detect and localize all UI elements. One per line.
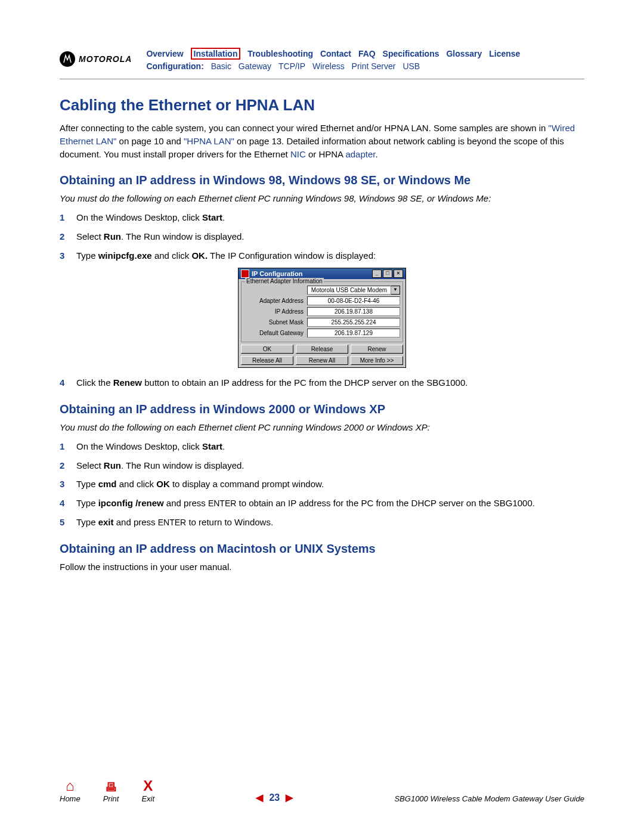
nav-specifications[interactable]: Specifications	[383, 49, 439, 58]
ok-button[interactable]: OK	[241, 345, 293, 354]
list-item: 1On the Windows Desktop, click Start.	[60, 440, 584, 453]
section3-heading: Obtaining an IP address on Macintosh or …	[60, 542, 584, 556]
section3-body: Follow the instructions in your user man…	[60, 561, 584, 574]
home-icon: ⌂	[66, 779, 75, 793]
top-nav: Overview Installation Troubleshooting Co…	[146, 48, 525, 73]
nav-usb[interactable]: USB	[402, 61, 420, 71]
nav-printserver[interactable]: Print Server	[352, 61, 396, 71]
renew-button[interactable]: Renew	[351, 345, 403, 354]
minimize-icon[interactable]: _	[372, 270, 382, 278]
nav-gateway[interactable]: Gateway	[239, 61, 271, 71]
brand-name: MOTOROLA	[79, 54, 132, 64]
section1-steps-cont: 4Click the Renew button to obtain an IP …	[60, 376, 584, 389]
maximize-icon[interactable]: □	[383, 270, 392, 278]
prev-page-icon[interactable]: ◀	[256, 792, 263, 803]
section2-steps: 1On the Windows Desktop, click Start. 2S…	[60, 440, 584, 529]
list-item: 2Select Run. The Run window is displayed…	[60, 459, 584, 472]
adapter-select[interactable]: Motorola USB Cable Modem	[307, 286, 391, 295]
nav-basic[interactable]: Basic	[211, 61, 231, 71]
nav-wireless[interactable]: Wireless	[312, 61, 345, 71]
print-icon: 🖶	[105, 781, 117, 793]
app-icon	[241, 270, 249, 278]
nav-license[interactable]: License	[489, 49, 520, 58]
ipconfig-window: IP Configuration _ □ × Ethernet Adapter …	[238, 268, 406, 368]
motorola-logo-icon	[60, 51, 75, 67]
section1-heading: Obtaining an IP address in Windows 98, W…	[60, 174, 584, 187]
page-navigator: ◀ 23 ▶	[256, 792, 293, 803]
ip-address: 206.19.87.138	[307, 307, 400, 316]
list-item: 2Select Run. The Run window is displayed…	[60, 230, 584, 243]
ipconfig-figure: IP Configuration _ □ × Ethernet Adapter …	[60, 268, 584, 368]
adapter-address: 00-08-0E-D2-F4-46	[307, 296, 400, 305]
list-item: 3Type cmd and click OK to display a comm…	[60, 478, 584, 491]
intro-paragraph: After connecting to the cable system, yo…	[60, 122, 584, 160]
list-item: 1On the Windows Desktop, click Start.	[60, 211, 584, 224]
exit-icon: X	[143, 779, 153, 793]
header-separator	[60, 79, 584, 79]
home-button[interactable]: ⌂ Home	[60, 779, 80, 803]
list-item: 4Type ipconfig /renew and press ENTER to…	[60, 497, 584, 510]
page-footer: ⌂ Home 🖶 Print X Exit ◀ 23 ▶ SBG1000 Wir…	[60, 779, 584, 803]
section1-steps: 1On the Windows Desktop, click Start. 2S…	[60, 211, 584, 262]
section1-lead: You must do the following on each Ethern…	[60, 192, 584, 205]
link-adapter[interactable]: adapter	[345, 149, 375, 159]
more-info-button[interactable]: More Info >>	[351, 356, 403, 365]
close-icon[interactable]: ×	[394, 270, 403, 278]
nav-installation[interactable]: Installation	[191, 48, 241, 60]
page-number: 23	[269, 792, 280, 803]
dropdown-icon[interactable]: ▼	[391, 286, 400, 295]
nav-contact[interactable]: Contact	[320, 49, 351, 58]
print-button[interactable]: 🖶 Print	[103, 781, 119, 803]
link-hpna-lan[interactable]: "HPNA LAN"	[184, 136, 234, 146]
next-page-icon[interactable]: ▶	[286, 792, 293, 803]
nav-troubleshooting[interactable]: Troubleshooting	[247, 49, 313, 58]
nav-overview[interactable]: Overview	[146, 49, 183, 58]
link-nic[interactable]: NIC	[290, 149, 306, 159]
brand-logo: MOTOROLA	[60, 51, 132, 67]
guide-title: SBG1000 Wireless Cable Modem Gateway Use…	[394, 794, 584, 803]
release-all-button[interactable]: Release All	[241, 356, 293, 365]
nav-faq[interactable]: FAQ	[358, 49, 376, 58]
adapter-group: Ethernet Adapter Information Motorola US…	[241, 281, 403, 342]
list-item: 4Click the Renew button to obtain an IP …	[60, 376, 584, 389]
nav-config-label: Configuration:	[146, 61, 203, 71]
section2-lead: You must do the following on each Ethern…	[60, 421, 584, 434]
window-title: IP Configuration	[252, 270, 302, 277]
default-gateway: 206.19.87.129	[307, 329, 400, 337]
page-title: Cabling the Ethernet or HPNA LAN	[60, 96, 584, 114]
page: MOTOROLA Overview Installation Troublesh…	[0, 0, 644, 833]
nav-glossary[interactable]: Glossary	[446, 49, 482, 58]
list-item: 3Type winipcfg.exe and click OK. The IP …	[60, 249, 584, 262]
renew-all-button[interactable]: Renew All	[296, 356, 348, 365]
list-item: 5Type exit and press ENTER to return to …	[60, 516, 584, 529]
release-button[interactable]: Release	[296, 345, 348, 354]
exit-button[interactable]: X Exit	[141, 779, 154, 803]
group-label: Ethernet Adapter Information	[245, 278, 324, 284]
nav-tcpip[interactable]: TCP/IP	[278, 61, 305, 71]
page-header: MOTOROLA Overview Installation Troublesh…	[60, 48, 584, 73]
section2-heading: Obtaining an IP address in Windows 2000 …	[60, 402, 584, 416]
subnet-mask: 255.255.255.224	[307, 318, 400, 327]
